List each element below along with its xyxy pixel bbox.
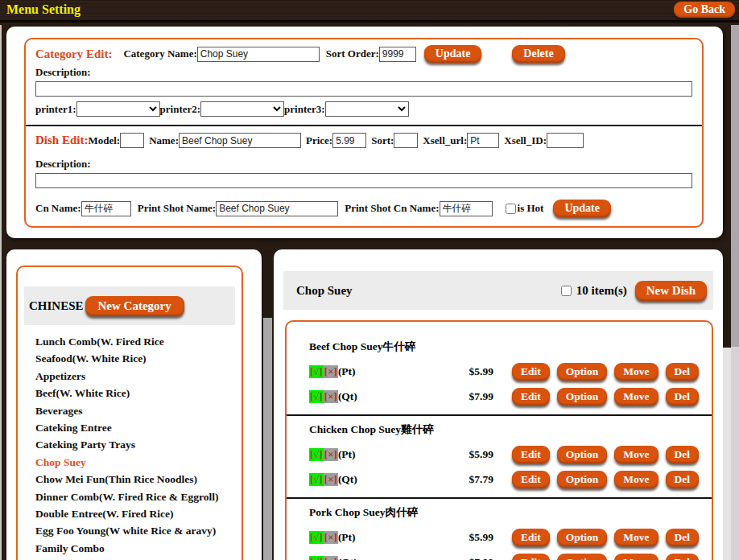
category-item[interactable]: Cateking Party Trays — [35, 436, 242, 453]
xsell-id-input[interactable] — [547, 133, 584, 148]
disable-flag-icon[interactable]: [×] — [324, 556, 338, 560]
print-shot-cn-label: Print Shot Cn Name: — [345, 202, 439, 215]
category-item[interactable]: Chow Mei Fun(Thin Rice Noodles) — [35, 471, 242, 488]
enable-flag-icon[interactable]: [√] — [309, 390, 324, 403]
move-button[interactable]: Move — [614, 471, 658, 488]
move-button[interactable]: Move — [614, 554, 658, 560]
dishes-panel-scrollbar[interactable] — [723, 249, 731, 560]
printer1-select[interactable] — [76, 101, 160, 117]
category-item[interactable]: Family Combo — [35, 540, 242, 557]
edit-forms-panel: Category Edit: Category Name: Sort Order… — [6, 27, 723, 238]
dish-group-name: Beef Chop Suey牛什碎 — [309, 340, 699, 354]
del-button[interactable]: Del — [666, 388, 700, 406]
del-button[interactable]: Del — [666, 363, 700, 381]
page-scrollbar[interactable] — [731, 25, 739, 560]
disable-flag-icon[interactable]: [×] — [324, 365, 338, 378]
del-button[interactable]: Del — [666, 446, 700, 463]
new-dish-button[interactable]: New Dish — [635, 281, 707, 301]
cn-name-label: Cn Name: — [35, 202, 81, 215]
category-panel-scrollbar[interactable] — [263, 249, 272, 560]
del-button[interactable]: Del — [666, 529, 700, 546]
edit-button[interactable]: Edit — [512, 471, 550, 488]
move-button[interactable]: Move — [614, 446, 658, 463]
edit-button[interactable]: Edit — [512, 446, 550, 463]
category-item[interactable]: Seafood(W. White Rice) — [35, 350, 242, 367]
scrollbar-thumb[interactable] — [263, 249, 272, 318]
option-button[interactable]: Option — [557, 363, 608, 381]
disable-flag-icon[interactable]: [×] — [324, 390, 338, 403]
print-shot-cn-input[interactable] — [440, 201, 493, 216]
items-checkbox[interactable] — [561, 286, 572, 296]
category-group-title: CHINESE — [29, 299, 84, 313]
enable-flag-icon[interactable]: [√] — [309, 473, 324, 486]
del-button[interactable]: Del — [666, 471, 700, 488]
enable-flag-icon[interactable]: [√] — [309, 365, 324, 378]
option-button[interactable]: Option — [557, 471, 608, 488]
option-button[interactable]: Option — [557, 529, 608, 546]
printer2-select[interactable] — [200, 101, 284, 117]
dish-sort-input[interactable] — [394, 133, 418, 148]
category-item[interactable]: Dinner Comb(W. Fired Rice & Eggroll) — [35, 488, 242, 505]
dish-sort-label: Sort: — [371, 134, 394, 147]
page-title: Menu Setting — [6, 2, 81, 17]
disable-flag-icon[interactable]: [×] — [324, 448, 338, 461]
dish-description-input[interactable] — [35, 173, 692, 188]
move-button[interactable]: Move — [614, 388, 658, 406]
variant-size: (Pt) — [338, 531, 356, 544]
del-button[interactable]: Del — [666, 554, 700, 560]
dish-variant-row: [√][×](Pt) $5.99 Edit Option Move Del — [309, 525, 699, 550]
printer3-select[interactable] — [325, 101, 409, 117]
category-panel: CHINESE New Category Lunch Comb(W. Fired… — [6, 249, 262, 560]
edit-button[interactable]: Edit — [512, 554, 550, 560]
variant-price: $7.79 — [469, 473, 493, 486]
model-input[interactable] — [120, 133, 144, 148]
disable-flag-icon[interactable]: [×] — [324, 531, 338, 544]
enable-flag-icon[interactable]: [√] — [309, 556, 324, 560]
category-delete-button[interactable]: Delete — [512, 45, 564, 63]
sort-order-input[interactable] — [379, 47, 416, 62]
edit-button[interactable]: Edit — [512, 363, 550, 381]
option-button[interactable]: Option — [557, 554, 608, 560]
category-name-input[interactable] — [197, 47, 320, 62]
category-box: CHINESE New Category Lunch Comb(W. Fired… — [16, 266, 243, 560]
scrollbar-thumb[interactable] — [731, 25, 739, 347]
dish-edit-section-label: Dish Edit: — [35, 134, 88, 147]
variant-price: $5.99 — [469, 448, 493, 461]
dish-group: Chicken Chop Suey雞什碎 [√][×](Pt) $5.99 Ed… — [309, 422, 699, 499]
print-shot-name-input[interactable] — [216, 201, 338, 216]
category-item[interactable]: Beef(W. White Rice) — [35, 385, 242, 401]
new-category-button[interactable]: New Category — [85, 296, 184, 316]
variant-price: $7.99 — [469, 556, 493, 560]
dish-variant-row: [√][×](Qt) $7.99 Edit Option Move Del — [309, 550, 699, 560]
move-button[interactable]: Move — [614, 529, 658, 546]
option-button[interactable]: Option — [557, 388, 608, 406]
category-item[interactable]: Double Entree(W. Fired Rice) — [35, 505, 242, 522]
category-item-selected[interactable]: Chop Suey — [35, 454, 242, 471]
category-description-input[interactable] — [35, 81, 692, 97]
dish-name-input[interactable] — [179, 133, 301, 148]
variant-price: $5.99 — [469, 365, 493, 378]
disable-flag-icon[interactable]: [×] — [324, 473, 338, 486]
option-button[interactable]: Option — [557, 446, 608, 463]
edit-button[interactable]: Edit — [512, 388, 550, 406]
price-label: Price: — [306, 134, 332, 147]
dish-update-button[interactable]: Update — [553, 200, 611, 217]
edit-button[interactable]: Edit — [512, 529, 550, 546]
enable-flag-icon[interactable]: [√] — [309, 531, 324, 544]
price-input[interactable] — [332, 133, 366, 148]
category-item[interactable]: Appetizers — [35, 368, 242, 385]
xsell-url-input[interactable] — [467, 133, 499, 148]
cn-name-input[interactable] — [81, 201, 131, 216]
category-item[interactable]: Lunch Comb(W. Fired Rice — [35, 333, 242, 350]
category-item[interactable]: Beverages — [35, 402, 242, 419]
is-hot-checkbox[interactable] — [506, 204, 516, 214]
scrollbar-thumb[interactable] — [723, 249, 731, 348]
move-button[interactable]: Move — [614, 363, 658, 381]
category-item[interactable]: Cateking Entree — [35, 419, 242, 436]
dishes-header-title: Chop Suey — [296, 284, 561, 298]
go-back-button[interactable]: Go Back — [674, 2, 735, 18]
dishes-panel: Chop Suey 10 item(s) New Dish Beef Chop … — [274, 249, 723, 560]
category-item[interactable]: Egg Foo Young(W white Rice & aravy) — [35, 522, 242, 539]
category-update-button[interactable]: Update — [424, 45, 482, 63]
enable-flag-icon[interactable]: [√] — [309, 448, 324, 461]
